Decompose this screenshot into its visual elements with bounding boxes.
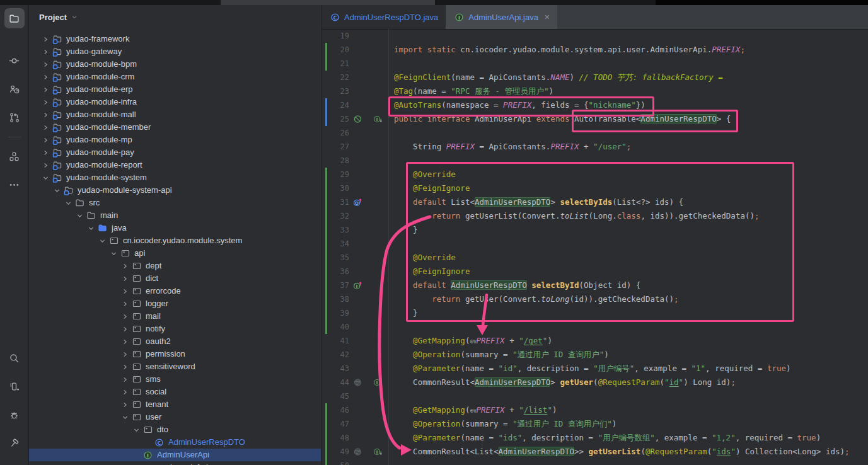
tree-row-yudao-framework[interactable]: yudao-framework [29,33,321,45]
noentry-gutter-icon[interactable] [353,114,362,124]
project-view-selector[interactable]: Project [29,5,321,29]
code-text[interactable]: default List<AdminUserRespDTO> selectByI… [388,195,868,209]
chevron-right-icon[interactable] [42,60,49,68]
chevron-right-icon[interactable] [121,338,129,345]
tree-row-yudao-gateway[interactable]: yudao-gateway [29,45,321,58]
tree-row-cn-iocoder-yudao-module-system[interactable]: cn.iocoder.yudao.module.system [29,234,321,247]
pull-requests-icon[interactable] [4,107,25,127]
code-line-38[interactable]: 38 return getUser(Convert.toLong(id)).ge… [321,292,868,306]
code-text[interactable] [388,459,868,465]
code-line-50[interactable]: 50 [321,459,868,465]
code-text[interactable]: @Override [388,168,868,181]
code-text[interactable]: @AutoTrans(namespace = PREFIX, fields = … [388,98,868,112]
code-text[interactable] [388,389,868,403]
ovrG-gutter-icon[interactable]: I [353,280,362,290]
chevron-right-icon[interactable] [42,35,49,43]
editor-tab-adminuserrespdto-java[interactable]: CAdminUserRespDTO.java [321,5,446,29]
tree-row-yudao-module-erp[interactable]: yudao-module-erp [29,83,321,96]
tree-row-logger[interactable]: logger [29,297,321,310]
code-text[interactable]: @Operation(summary = "通过用户 ID 查询用户") [388,348,868,362]
tree-row-yudao-module-mp[interactable]: yudao-module-mp [29,134,321,146]
code-text[interactable]: import static cn.iocoder.yudao.module.sy… [388,43,868,57]
services-icon[interactable] [4,376,25,396]
chevron-down-icon[interactable] [76,212,83,219]
code-text[interactable]: return getUser(Convert.toLong(id)).getCh… [388,292,868,306]
search-icon[interactable] [4,348,25,368]
code-line-46[interactable]: 46 @GetMapping(⊕∨PREFIX + "/list") [321,403,868,417]
tree-row-mail[interactable]: mail [29,310,321,323]
impl-gutter-icon[interactable]: I [373,447,383,457]
code-line-33[interactable]: 33 } [321,223,868,237]
code-line-49[interactable]: 49I CommonResult<List<AdminUserRespDTO>>… [321,445,868,459]
code-text[interactable]: @FeignIgnore [388,265,868,278]
impl-gutter-icon[interactable]: I [373,114,383,124]
tree-row-tenant[interactable]: tenant [29,398,321,411]
code-line-42[interactable]: 42 @Operation(summary = "通过用户 ID 查询用户") [321,348,868,362]
code-line-32[interactable]: 32 return getUserList(Convert.toList(Lon… [321,209,868,223]
chevron-right-icon[interactable] [121,262,129,270]
tree-row-yudao-module-report[interactable]: yudao-module-report [29,159,321,171]
build-icon[interactable] [4,433,25,453]
problems-icon[interactable] [4,405,25,425]
impl-gutter-icon[interactable]: I [373,377,383,388]
code-line-25[interactable]: 25Ipublic interface AdminUserApi extends… [321,112,868,126]
chevron-right-icon[interactable] [121,287,129,295]
chevron-right-icon[interactable] [42,111,49,118]
code-text[interactable]: String PREFIX = ApiConstants.PREFIX + "/… [388,140,868,154]
code-text[interactable]: @FeignIgnore [388,181,868,195]
chevron-down-icon[interactable] [110,250,117,257]
chevron-right-icon[interactable] [42,136,49,144]
code-text[interactable]: public interface AdminUserApi extends Au… [388,112,868,126]
code-line-39[interactable]: 39 } [321,306,868,320]
code-line-23[interactable]: 23@Tag(name = "RPC 服务 - 管理员用户") [321,84,868,98]
code-text[interactable] [388,237,868,251]
chevron-right-icon[interactable] [121,401,129,408]
tree-row-permission[interactable]: permission [29,348,321,360]
code-with-me-icon[interactable] [4,79,25,99]
code-text[interactable] [388,154,868,168]
code-text[interactable]: CommonResult<AdminUserRespDTO> getUser(@… [388,376,868,389]
tree-row-sms[interactable]: sms [29,373,321,386]
tree-row-social[interactable]: social [29,386,321,398]
chevron-right-icon[interactable] [42,86,49,93]
chevron-down-icon[interactable] [98,237,106,244]
tree-row-yudao-module-pay[interactable]: yudao-module-pay [29,146,321,159]
code-line-43[interactable]: 43 @Parameter(name = "id", description =… [321,362,868,376]
code-line-28[interactable]: 28 [321,154,868,168]
commit-icon[interactable] [4,50,25,71]
code-line-44[interactable]: 44I CommonResult<AdminUserRespDTO> getUs… [321,376,868,389]
code-line-30[interactable]: 30 @FeignIgnore [321,181,868,195]
chevron-right-icon[interactable] [42,123,49,131]
tree-row-adminuserrespdto[interactable]: CAdminUserRespDTO [29,436,321,449]
tree-row-yudao-module-infra[interactable]: yudao-module-infra [29,96,321,108]
more-icon[interactable] [4,175,25,195]
code-text[interactable]: @Parameter(name = "ids", description = "… [388,431,868,445]
code-text[interactable]: default AdminUserRespDTO selectById(Obje… [388,278,868,292]
tree-row-api[interactable]: api [29,247,321,260]
code-text[interactable]: @Override [388,251,868,265]
code-line-29[interactable]: 29 @Override [321,168,868,181]
code-text[interactable] [388,126,868,140]
code-text[interactable]: return getUserList(Convert.toList(Long.c… [388,209,868,223]
code-text[interactable]: } [388,223,868,237]
chevron-down-icon[interactable] [121,413,129,421]
tree-row-dept[interactable]: dept [29,260,321,272]
code-text[interactable]: @FeignClient(name = ApiConstants.NAME) /… [388,71,868,84]
chevron-down-icon[interactable] [53,187,61,194]
code-line-45[interactable]: 45 [321,389,868,403]
chevron-right-icon[interactable] [121,313,129,320]
tree-row-main[interactable]: main [29,209,321,222]
globe-gutter-icon[interactable] [353,447,362,457]
code-line-48[interactable]: 48 @Parameter(name = "ids", description … [321,431,868,445]
code-line-26[interactable]: 26 [321,126,868,140]
chevron-right-icon[interactable] [121,275,129,282]
tree-row-user[interactable]: user [29,411,321,423]
chevron-right-icon[interactable] [121,325,129,333]
chevron-right-icon[interactable] [121,300,129,307]
code-text[interactable]: @Parameter(name = "id", description = "用… [388,362,868,376]
tree-row-dict[interactable]: dict [29,272,321,285]
tree-row-package-info-java[interactable]: package-info.java [29,461,321,465]
code-line-27[interactable]: 27 String PREFIX = ApiConstants.PREFIX +… [321,140,868,154]
tree-row-notify[interactable]: notify [29,323,321,335]
chevron-right-icon[interactable] [42,161,49,169]
